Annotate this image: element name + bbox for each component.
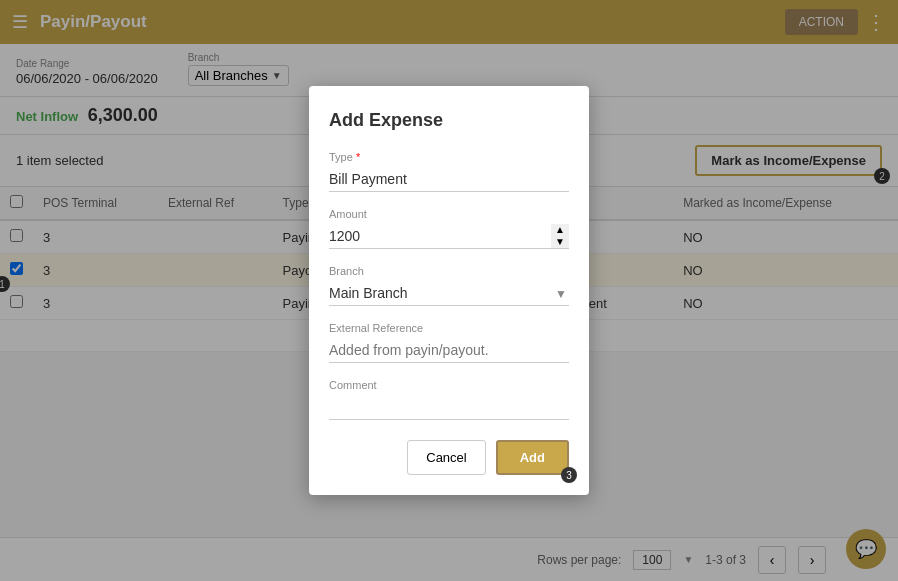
badge-3: 3 <box>561 467 577 483</box>
branch-field-label: Branch <box>329 265 569 277</box>
modal-actions: Cancel Add 3 <box>329 440 569 475</box>
type-input[interactable] <box>329 167 569 192</box>
cancel-button[interactable]: Cancel <box>407 440 485 475</box>
branch-select-input[interactable]: Main Branch <box>329 281 569 306</box>
comment-field-group: Comment <box>329 379 569 420</box>
modal-title: Add Expense <box>329 110 569 131</box>
branch-field-group: Branch Main Branch ▼ <box>329 265 569 306</box>
external-ref-input[interactable] <box>329 338 569 363</box>
type-field-group: Type * <box>329 151 569 192</box>
amount-input[interactable] <box>329 224 569 249</box>
add-expense-modal: Add Expense Type * Amount ▲ ▼ Branch Mai… <box>309 86 589 495</box>
amount-field-group: Amount ▲ ▼ <box>329 208 569 249</box>
external-ref-field-group: External Reference <box>329 322 569 363</box>
spinner-up-button[interactable]: ▲ <box>551 224 569 236</box>
spinner-down-button[interactable]: ▼ <box>551 236 569 248</box>
amount-spinner[interactable]: ▲ ▼ <box>551 224 569 249</box>
add-button[interactable]: Add <box>496 440 569 475</box>
modal-overlay: Add Expense Type * Amount ▲ ▼ Branch Mai… <box>0 0 898 581</box>
external-ref-label: External Reference <box>329 322 569 334</box>
type-label: Type * <box>329 151 569 163</box>
comment-input[interactable] <box>329 395 569 420</box>
comment-label: Comment <box>329 379 569 391</box>
amount-label: Amount <box>329 208 569 220</box>
